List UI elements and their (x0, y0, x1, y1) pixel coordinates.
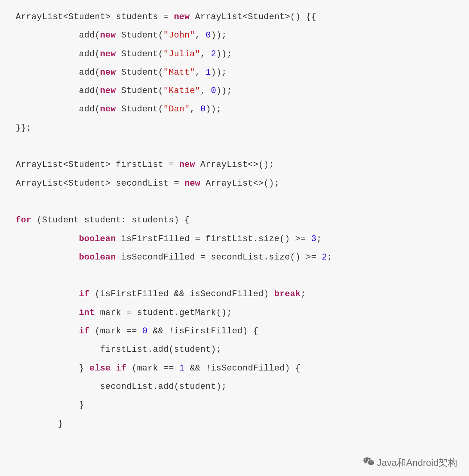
code-token: 0 (200, 104, 206, 114)
code-token: )); (206, 104, 222, 114)
code-token: 1 (179, 363, 185, 373)
code-token: ArrayList<>(); (195, 160, 274, 170)
code-token: boolean (79, 234, 116, 244)
code-token: 0 (206, 30, 211, 40)
code-token: )); (216, 49, 232, 59)
code-token: } (16, 363, 90, 373)
code-line (16, 137, 453, 156)
code-token: if (79, 326, 90, 336)
code-token: for (16, 215, 32, 225)
code-token (16, 289, 79, 299)
code-token: )); (211, 30, 227, 40)
code-line: } else if (mark == 1 && !isSecondFilled)… (16, 359, 453, 378)
code-token: ArrayList<Student> students = (16, 12, 174, 22)
code-token: isFirstFilled = firstList.size() >= (116, 234, 311, 244)
code-token: 3 (311, 234, 317, 244)
code-token: "John" (163, 30, 195, 40)
code-line: } (16, 396, 453, 414)
code-line: } (16, 415, 453, 433)
code-token: secondList.add(student); (16, 382, 227, 392)
code-token: add( (16, 49, 100, 59)
code-token: new (174, 12, 190, 22)
code-token: add( (16, 104, 100, 114)
code-token: 0 (211, 86, 217, 96)
code-token: ArrayList<Student>() {{ (190, 12, 317, 22)
code-token: Student( (116, 49, 164, 59)
code-line (16, 267, 453, 285)
code-token: add( (16, 68, 100, 77)
code-line: add(new Student("John", 0)); (16, 26, 453, 45)
code-token: }}; (16, 123, 32, 133)
code-token: ArrayList<Student> firstList = (16, 160, 179, 170)
code-line: add(new Student("Dan", 0)); (16, 100, 453, 118)
code-token: )); (216, 86, 232, 96)
wechat-icon (363, 456, 375, 469)
code-token: Student( (116, 68, 164, 77)
code-token: ; (301, 289, 306, 299)
code-line: ArrayList<Student> secondList = new Arra… (16, 174, 453, 193)
code-token: && !isSecondFilled) { (184, 363, 301, 373)
code-token: , (200, 49, 211, 59)
code-token: "Katie" (163, 86, 200, 96)
code-token: (Student student: students) { (32, 215, 190, 225)
code-line: boolean isSecondFilled = secondList.size… (16, 248, 453, 267)
code-token: 0 (142, 326, 148, 336)
code-token: if (116, 363, 127, 373)
code-token: 2 (211, 49, 217, 59)
code-token: } (16, 400, 84, 410)
code-token: ArrayList<>(); (200, 179, 280, 188)
code-line: int mark = student.getMark(); (16, 304, 453, 322)
code-line: add(new Student("Matt", 1)); (16, 63, 453, 82)
code-token: (isFirstFilled && isSecondFilled) (90, 289, 274, 299)
watermark: Java和Android架构 (363, 456, 457, 469)
code-token: && !isFirstFilled) { (148, 326, 259, 336)
code-line: firstList.add(student); (16, 340, 453, 359)
code-token: , (190, 104, 200, 114)
code-token: Student( (116, 104, 164, 114)
code-token: new (100, 49, 116, 59)
code-token: add( (16, 86, 100, 96)
code-line: add(new Student("Katie", 0)); (16, 82, 453, 100)
code-line: add(new Student("Julia", 2)); (16, 45, 453, 63)
code-token: else (90, 363, 111, 373)
code-token: 2 (322, 252, 327, 262)
code-token: if (79, 289, 90, 299)
code-token: } (16, 419, 63, 429)
code-token: , (200, 86, 211, 96)
code-line: secondList.add(student); (16, 378, 453, 396)
code-token (16, 252, 79, 262)
code-token: new (100, 30, 116, 40)
code-token: break (274, 289, 301, 299)
code-token: isSecondFilled = secondList.size() >= (116, 252, 322, 262)
code-token: ; (327, 252, 333, 262)
code-token: int (79, 308, 95, 318)
code-line: if (mark == 0 && !isFirstFilled) { (16, 322, 453, 340)
code-token: , (195, 30, 206, 40)
code-token: new (184, 179, 200, 188)
code-token: , (195, 68, 206, 77)
code-block: ArrayList<Student> students = new ArrayL… (0, 0, 469, 441)
code-token: add( (16, 30, 100, 40)
code-token: new (100, 86, 116, 96)
code-token: 1 (206, 68, 211, 77)
code-token: ArrayList<Student> secondList = (16, 179, 184, 188)
code-token: Student( (116, 30, 164, 40)
code-token (111, 363, 116, 373)
code-line: boolean isFirstFilled = firstList.size()… (16, 230, 453, 248)
code-token: "Matt" (163, 68, 195, 77)
watermark-text: Java和Android架构 (377, 456, 457, 469)
code-token: new (100, 68, 116, 77)
code-token: (mark == (90, 326, 142, 336)
code-token: (mark == (127, 363, 179, 373)
code-line (16, 193, 453, 211)
code-token: mark = student.getMark(); (95, 308, 232, 318)
code-token: "Julia" (163, 49, 200, 59)
code-line: if (isFirstFilled && isSecondFilled) bre… (16, 285, 453, 303)
code-token (16, 234, 79, 244)
code-token: "Dan" (163, 104, 190, 114)
code-line: ArrayList<Student> students = new ArrayL… (16, 8, 453, 26)
code-token: ; (317, 234, 322, 244)
code-token: new (179, 160, 195, 170)
code-line: for (Student student: students) { (16, 211, 453, 229)
code-token: boolean (79, 252, 116, 262)
